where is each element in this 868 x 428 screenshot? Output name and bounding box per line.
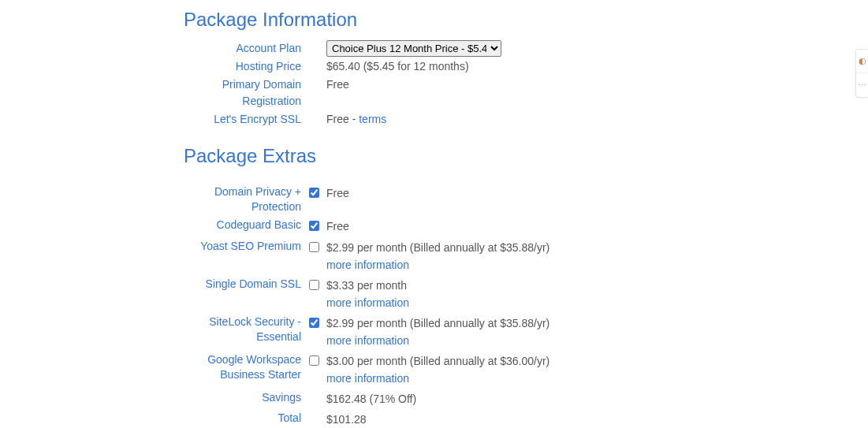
google-workspace-row: Google Workspace Business Starter $3.00 … [184,352,751,387]
savings-row: Savings $162.48 (71% Off) [184,390,751,408]
total-row: Total $101.28 Add tax exemption [184,411,751,428]
sitelock-price: $2.99 per month (Billed annually at $35.… [326,317,549,329]
codeguard-row: Codeguard Basic Free [184,218,751,236]
yoast-more-info-link[interactable]: more information [326,257,549,274]
total-label: Total [184,411,309,426]
account-plan-label: Account Plan [184,40,309,57]
primary-domain-value: Free [326,76,349,93]
google-workspace-more-info-link[interactable]: more information [326,370,549,387]
yoast-checkbox[interactable] [309,242,319,252]
hosting-price-row: Hosting Price $65.40 ($5.45 for 12 month… [184,58,751,75]
single-ssl-label: Single Domain SSL [184,277,309,292]
single-ssl-more-info-link[interactable]: more information [326,295,409,311]
single-ssl-price: $3.33 per month [326,279,407,292]
yoast-label: Yoast SEO Premium [184,239,309,254]
lets-encrypt-value: Free - terms [326,111,386,128]
side-widget-icon-top[interactable]: ◐ [856,50,868,73]
account-plan-select[interactable]: Choice Plus 12 Month Price - $5.45/mo [326,40,501,57]
package-extras-heading: Package Extras [184,145,751,167]
lets-encrypt-row: Let's Encrypt SSL Free - terms [184,111,751,128]
lets-encrypt-label: Let's Encrypt SSL [184,111,309,128]
savings-value: $162.48 (71% Off) [326,390,416,408]
hosting-price-value: $65.40 ($5.45 for 12 months) [326,58,469,75]
domain-privacy-price: Free [326,184,349,202]
package-information-section: Package Information Account Plan Choice … [184,9,751,128]
single-ssl-row: Single Domain SSL $3.33 per month more i… [184,277,751,311]
yoast-price: $2.99 per month (Billed annually at $35.… [326,241,549,254]
primary-domain-row: Primary Domain Registration Free [184,76,751,110]
side-widget-icon-bottom[interactable]: ⋯ [856,73,868,97]
google-workspace-price: $3.00 per month (Billed annually at $36.… [326,355,549,367]
codeguard-label: Codeguard Basic [184,218,309,233]
single-ssl-checkbox[interactable] [309,280,319,290]
side-widget[interactable]: ◐ ⋯ [855,49,868,98]
savings-label: Savings [184,390,309,405]
domain-privacy-row: Domain Privacy + Protection Free [184,184,751,214]
hosting-price-label: Hosting Price [184,58,309,75]
domain-privacy-label: Domain Privacy + Protection [184,184,309,214]
codeguard-price: Free [326,218,349,235]
google-workspace-checkbox[interactable] [309,355,319,366]
yoast-row: Yoast SEO Premium $2.99 per month (Bille… [184,239,751,274]
package-extras-section: Package Extras Domain Privacy + Protecti… [184,145,751,428]
sitelock-more-info-link[interactable]: more information [326,333,549,349]
google-workspace-label: Google Workspace Business Starter [184,352,309,382]
sitelock-label: SiteLock Security - Essential [184,314,309,344]
primary-domain-label: Primary Domain Registration [184,76,309,110]
account-plan-row: Account Plan Choice Plus 12 Month Price … [184,40,751,57]
terms-link[interactable]: terms [359,113,386,125]
total-value: $101.28 [326,413,367,426]
package-information-heading: Package Information [184,9,751,31]
sitelock-row: SiteLock Security - Essential $2.99 per … [184,314,751,349]
sitelock-checkbox[interactable] [309,318,319,328]
domain-privacy-checkbox[interactable] [309,188,319,198]
codeguard-checkbox[interactable] [309,221,319,231]
